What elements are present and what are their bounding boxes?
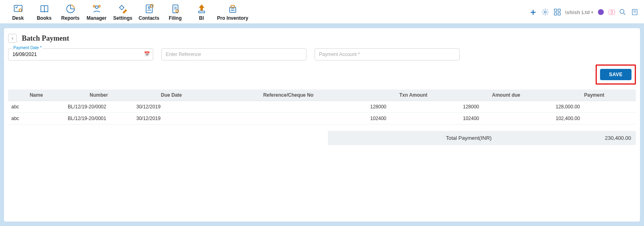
cell-ref bbox=[210, 113, 367, 124]
contacts-icon bbox=[144, 3, 155, 15]
nav-contacts[interactable]: Contacts bbox=[136, 3, 162, 21]
payment-account-input[interactable] bbox=[315, 48, 460, 60]
svg-rect-15 bbox=[554, 9, 557, 12]
reference-field-wrap bbox=[161, 48, 306, 60]
chevron-down-icon: ▾ bbox=[591, 10, 593, 15]
payment-date-label: Payment Date * bbox=[12, 46, 43, 50]
payment-date-field-wrap: Payment Date * 📅 bbox=[8, 48, 153, 60]
svg-point-5 bbox=[120, 6, 123, 9]
nav-pro-inventory[interactable]: Pro Inventory bbox=[215, 3, 251, 21]
company-selector[interactable]: \shish Ltd ▾ bbox=[565, 9, 593, 15]
total-value: 230,400.00 bbox=[605, 135, 631, 141]
cell-name: abc bbox=[8, 101, 65, 113]
svg-rect-0 bbox=[14, 5, 22, 11]
cell-number: BL/12/19-20/0001 bbox=[65, 113, 133, 124]
table-header-row: Name Number Due Date Reference/Cheque No… bbox=[8, 89, 636, 101]
save-button[interactable]: SAVE bbox=[600, 69, 631, 80]
nav-bi[interactable]: BI bbox=[188, 3, 215, 21]
total-label: Total Payment(INR) bbox=[333, 135, 605, 141]
page-title: Batch Payment bbox=[22, 34, 69, 43]
topbar: Desk Books Reports Manager Settings bbox=[0, 0, 644, 23]
svg-point-14 bbox=[544, 11, 546, 13]
nav-label: Contacts bbox=[139, 15, 159, 21]
main-card: ‹ Batch Payment Payment Date * 📅 SAVE Na… bbox=[4, 28, 640, 222]
cell-due-date: 30/12/2019 bbox=[133, 101, 210, 113]
cell-payment: 128,000.00 bbox=[552, 101, 636, 113]
nav-label: Reports bbox=[61, 15, 79, 21]
svg-point-20 bbox=[620, 9, 624, 13]
svg-point-3 bbox=[93, 5, 95, 7]
svg-point-2 bbox=[95, 6, 98, 8]
bi-icon bbox=[196, 3, 207, 15]
save-highlight-box: SAVE bbox=[596, 64, 636, 85]
desk-icon bbox=[13, 3, 24, 15]
form-row: Payment Date * 📅 bbox=[8, 48, 636, 60]
cell-ref bbox=[210, 101, 367, 113]
cell-number: BL/12/19-20/0002 bbox=[65, 101, 133, 113]
svg-rect-18 bbox=[558, 13, 561, 15]
col-payment: Payment bbox=[552, 89, 636, 101]
books-icon bbox=[39, 3, 50, 15]
notification-badge[interactable]: 0 bbox=[609, 10, 615, 15]
col-name: Name bbox=[8, 89, 65, 101]
col-due-date: Due Date bbox=[133, 89, 210, 101]
gear-icon[interactable] bbox=[541, 8, 550, 17]
svg-point-4 bbox=[98, 5, 100, 7]
svg-rect-16 bbox=[558, 9, 561, 12]
svg-rect-11 bbox=[198, 11, 204, 12]
col-due: Amount due bbox=[460, 89, 552, 101]
payment-account-field-wrap bbox=[315, 48, 460, 60]
nav-desk[interactable]: Desk bbox=[5, 3, 31, 21]
nav-label: Filing bbox=[169, 15, 182, 21]
badge-icon[interactable] bbox=[596, 8, 605, 17]
cell-txn: 102400 bbox=[367, 113, 460, 124]
cell-txn: 128000 bbox=[367, 101, 460, 113]
table-row[interactable]: abc BL/12/19-20/0001 30/12/2019 102400 1… bbox=[8, 113, 636, 124]
nav-label: Manager bbox=[87, 15, 106, 21]
add-icon[interactable]: ＋ bbox=[529, 8, 538, 17]
manager-icon bbox=[91, 3, 102, 15]
total-row: Total Payment(INR) 230,400.00 bbox=[8, 131, 636, 145]
nav-label: BI bbox=[199, 15, 204, 21]
reports-icon bbox=[65, 3, 76, 15]
search-icon[interactable] bbox=[618, 8, 627, 17]
cell-due: 102400 bbox=[460, 113, 552, 124]
note-icon[interactable] bbox=[630, 8, 639, 17]
table-row[interactable]: abc BL/12/19-20/0002 30/12/2019 128000 1… bbox=[8, 101, 636, 113]
svg-rect-12 bbox=[229, 7, 236, 12]
nav-settings[interactable]: Settings bbox=[110, 3, 136, 21]
notif-count: 0 bbox=[611, 10, 613, 15]
nav-books[interactable]: Books bbox=[31, 3, 57, 21]
cell-name: abc bbox=[8, 113, 65, 124]
svg-rect-6 bbox=[146, 5, 152, 13]
total-bar: Total Payment(INR) 230,400.00 bbox=[328, 131, 636, 145]
company-name: \shish Ltd bbox=[565, 9, 590, 15]
col-txn: Txn Amount bbox=[367, 89, 460, 101]
col-number: Number bbox=[65, 89, 133, 101]
svg-point-19 bbox=[598, 9, 604, 15]
payment-date-input[interactable] bbox=[8, 48, 153, 60]
topbar-right: ＋ \shish Ltd ▾ 0 bbox=[529, 8, 639, 17]
nav-reports[interactable]: Reports bbox=[57, 3, 83, 21]
svg-rect-17 bbox=[554, 13, 557, 15]
svg-point-7 bbox=[148, 7, 150, 8]
card-header: ‹ Batch Payment bbox=[8, 34, 636, 43]
inventory-icon bbox=[227, 3, 238, 15]
apps-icon[interactable] bbox=[553, 8, 562, 17]
back-button[interactable]: ‹ bbox=[8, 34, 17, 43]
cell-due-date: 30/12/2019 bbox=[133, 113, 210, 124]
nav-label: Books bbox=[37, 15, 52, 21]
save-row: SAVE bbox=[8, 64, 636, 85]
reference-input[interactable] bbox=[161, 48, 306, 60]
svg-point-1 bbox=[19, 9, 21, 12]
nav-label: Pro Inventory bbox=[217, 15, 248, 21]
filing-icon bbox=[170, 3, 181, 15]
main-nav: Desk Books Reports Manager Settings bbox=[5, 3, 251, 21]
nav-manager[interactable]: Manager bbox=[83, 3, 110, 21]
nav-filing[interactable]: Filing bbox=[162, 3, 188, 21]
settings-icon bbox=[117, 3, 129, 15]
payments-table: Name Number Due Date Reference/Cheque No… bbox=[8, 89, 636, 124]
nav-label: Settings bbox=[113, 15, 132, 21]
cell-due: 128000 bbox=[460, 101, 552, 113]
nav-label: Desk bbox=[12, 15, 24, 21]
